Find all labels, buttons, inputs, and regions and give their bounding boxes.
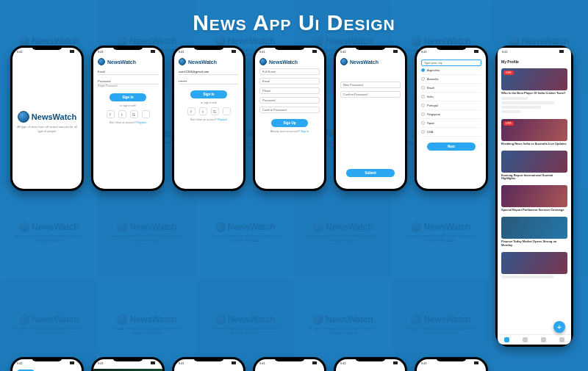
list-item[interactable]: Breaking News India vs Australia Live Up… [501, 143, 567, 146]
tab-home[interactable] [504, 337, 509, 342]
tab-bookmarks[interactable] [541, 337, 546, 342]
next-button[interactable]: Next [427, 143, 476, 151]
list-item[interactable]: Singapore [421, 110, 481, 119]
headline: Who Is the Best Player Of India Cricket … [501, 92, 567, 96]
list-item[interactable]: USA [421, 128, 481, 137]
tab-profile[interactable] [559, 337, 564, 342]
notch-icon [436, 46, 467, 50]
list-item[interactable]: Brazil [421, 84, 481, 93]
notch-icon [193, 46, 224, 50]
list-item[interactable]: Special Report Parliament Session Covera… [501, 209, 567, 212]
list-item[interactable]: India [421, 93, 481, 101]
globe-icon [340, 58, 348, 65]
mock-sign-in: 9:41 NewsWatch Email Password Forgot Pas… [91, 46, 165, 191]
mock-sign-in-filled: 9:41 NewsWatch user12345@gmail.com •••••… [172, 46, 245, 191]
apple-icon[interactable] [142, 110, 150, 118]
news-hero-image[interactable]: LIVE [501, 68, 567, 90]
mock-create-post: 9:41 Add Caption Add text here Post [334, 357, 407, 371]
password-field[interactable]: Password [98, 79, 158, 84]
globe-icon [259, 58, 267, 65]
apple-icon[interactable] [223, 107, 231, 115]
forgot-password-link[interactable]: Forgot Password [98, 84, 158, 87]
password-field[interactable]: •••••••• [179, 79, 239, 84]
row-2: 9:41 Trending LIVE Who Is the Best Playe… [10, 357, 578, 371]
brand-tagline: All type of news from all trusted source… [17, 125, 77, 132]
sign-in-prompt: Already have an account? Sign In [259, 130, 320, 133]
facebook-icon[interactable]: f [107, 110, 115, 118]
email-field[interactable]: user12345@gmail.com [179, 69, 239, 75]
app-logo: NewsWatch [340, 58, 401, 65]
register-prompt: Don't have an account? Register [179, 118, 239, 121]
globe-icon [18, 111, 29, 123]
live-badge: LIVE [503, 121, 514, 126]
list-item[interactable]: Portugal [421, 101, 481, 110]
sign-in-button[interactable]: Sign In [190, 90, 227, 98]
notch-icon [32, 357, 62, 361]
mock-settings: 9:41 Settings 👤My Profile #My Tags 🔔Noti… [253, 357, 326, 371]
app-logo: NewsWatch [179, 58, 239, 65]
screen-title: My Profile [501, 60, 567, 64]
mock-select-country: 9:41 Type your city Argentina Australia … [415, 46, 488, 191]
register-link[interactable]: Register [218, 118, 227, 121]
mock-profile-edit: 9:41 👤 Full Name Email Phone Change Pass… [415, 357, 488, 371]
news-thumb[interactable] [501, 151, 567, 173]
news-thumb[interactable] [501, 185, 567, 207]
google-icon[interactable]: G [211, 107, 219, 115]
brand-name: NewsWatch [32, 112, 76, 121]
notch-icon [32, 46, 62, 50]
password-field[interactable]: Password [259, 97, 320, 104]
mock-reset-password: 9:41 NewsWatch New Password Confirm Pass… [334, 46, 407, 191]
globe-icon [98, 58, 105, 65]
google-icon[interactable]: G [130, 110, 138, 118]
twitter-icon[interactable]: t [118, 110, 126, 118]
mock-home: 9:41 Trending LIVE Who Is the Best Playe… [10, 357, 84, 371]
full-name-field[interactable]: Full Name [259, 68, 320, 75]
register-link[interactable]: Register [137, 121, 146, 124]
news-thumb[interactable] [501, 252, 567, 274]
notch-icon [355, 46, 386, 50]
list-item[interactable]: Finance Today Market Opens Strong on Mon… [501, 240, 567, 248]
notch-icon [112, 357, 143, 361]
sign-in-button[interactable]: Sign In [110, 93, 146, 101]
notch-icon [193, 357, 224, 361]
notch-icon [355, 357, 386, 361]
phone-field[interactable]: Phone [259, 87, 320, 94]
app-logo: NewsWatch [98, 58, 158, 65]
new-password-field[interactable]: New Password [340, 82, 401, 88]
mock-article: 9:41 Mexico's population nears a 130M am… [91, 357, 165, 371]
live-badge: LIVE [503, 71, 514, 75]
social-row: f t G [98, 110, 158, 118]
list-item[interactable]: Evening Report International Summit High… [501, 174, 567, 181]
notch-icon [274, 357, 305, 361]
confirm-password-field[interactable]: Confirm Password [259, 107, 320, 113]
divider-text: or sign in with [98, 104, 158, 107]
sign-in-link[interactable]: Sign In [301, 130, 309, 133]
app-logo: NewsWatch [259, 58, 320, 65]
sign-up-button[interactable]: Sign Up [271, 119, 308, 127]
list-item[interactable]: Argentina [421, 66, 481, 75]
notch-icon [274, 46, 305, 50]
search-input[interactable]: Type your city [421, 60, 481, 66]
register-prompt: Don't have an account? Register [98, 121, 158, 124]
row-1: 9:41 NewsWatch All type of news from all… [10, 46, 578, 347]
tab-bar [498, 334, 571, 345]
confirm-password-field[interactable]: Confirm Password [340, 91, 401, 98]
twitter-icon[interactable]: t [199, 107, 207, 115]
showcase-stage: // placeholder; cells generated below st… [0, 0, 588, 371]
news-thumb[interactable]: LIVE [501, 119, 567, 141]
divider-text: or sign in with [179, 101, 239, 104]
email-field[interactable]: Email [259, 78, 320, 84]
submit-button[interactable]: Submit [346, 169, 395, 177]
facebook-icon[interactable]: f [187, 107, 196, 115]
list-item[interactable]: Australia [421, 75, 481, 84]
social-row: f t G [179, 107, 239, 115]
list-item[interactable]: Spain [421, 119, 481, 128]
showcase-title: News App Ui Design [0, 10, 588, 35]
email-field[interactable]: Email [98, 69, 158, 75]
fab-add-button[interactable]: + [553, 321, 565, 333]
news-thumb[interactable] [501, 217, 567, 239]
globe-icon [179, 58, 186, 65]
mock-discover: 9:41 Popular Tags Technology Politics Li… [172, 357, 245, 371]
tab-search[interactable] [523, 337, 528, 342]
mockup-rows: 9:41 NewsWatch All type of news from all… [10, 46, 578, 362]
